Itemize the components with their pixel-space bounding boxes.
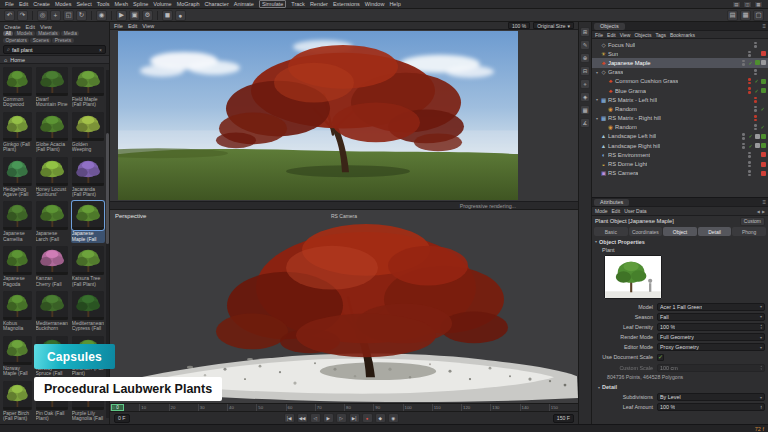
coord-system-button[interactable]: ◉ [96, 10, 107, 21]
menu-window[interactable]: Window [365, 1, 385, 7]
end-frame-field[interactable]: 150 F [553, 414, 574, 423]
visibility-dots[interactable] [748, 161, 751, 167]
live-selection-button[interactable]: ◎ [37, 10, 48, 21]
dropdown-render-mode[interactable]: Full Geometry▾ [657, 333, 765, 341]
menu-help[interactable]: Help [389, 1, 400, 7]
asset-item-ginkgo-fall-plant[interactable]: Ginkgo (Fall Plant) [2, 111, 33, 154]
material-tag-icon[interactable] [761, 143, 766, 148]
filter-presets[interactable]: Presets [52, 38, 73, 43]
phong-tag-icon[interactable] [755, 134, 760, 139]
perspective-viewport[interactable]: Perspective RS Camera [110, 209, 578, 403]
object-grass[interactable]: ▾◇Grass [592, 68, 768, 77]
snap-tool-icon[interactable]: ◈ [580, 92, 590, 102]
size-mode-dropdown[interactable]: Original Size ▾ [533, 22, 574, 29]
asset-item-honey-locust-sunburst-fall-plant[interactable]: Honey Locust 'Sunburst' (Fall Plant) [35, 156, 69, 199]
history-forward-icon[interactable]: ▶ [762, 209, 765, 214]
asset-item-katsura-tree-fall-plant[interactable]: Katsura Tree (Fall Plant) [71, 245, 105, 288]
move-button[interactable]: + [50, 10, 61, 21]
enable-toggle[interactable]: ✓ [747, 143, 754, 149]
asset-item-globe-acacia-fall-plant[interactable]: Globe Acacia (Fall Plant) [35, 111, 69, 154]
enable-toggle[interactable]: ✓ [753, 78, 760, 84]
visibility-dots[interactable] [748, 78, 751, 84]
menu-simulate[interactable]: Simulate [259, 0, 286, 8]
render-menu-edit[interactable]: Edit [128, 23, 137, 29]
asset-item-field-maple-fall-plant[interactable]: Field Maple (Fall Plant) [71, 66, 105, 109]
layout-grid-icon[interactable]: ▦ [754, 1, 763, 8]
visibility-dots[interactable] [742, 133, 745, 139]
timeline-playhead[interactable]: 0 [111, 404, 124, 411]
asset-menu-edit[interactable]: Edit [26, 24, 35, 29]
field-leaf-amount[interactable]: 100 %▴▾ [657, 403, 765, 411]
section-detail[interactable]: ▾Detail [595, 383, 765, 392]
rs-tag-icon[interactable] [761, 162, 766, 167]
object-sun[interactable]: ☀Sun [592, 49, 768, 58]
asset-menu-view[interactable]: View [40, 24, 52, 29]
dropdown-subdivisions[interactable]: By Level▾ [657, 393, 765, 401]
filter-media[interactable]: Media [61, 31, 79, 36]
pen-tool-icon[interactable]: ✎ [580, 40, 590, 50]
visibility-dots[interactable] [742, 60, 745, 66]
object-random[interactable]: ◉Random✓ [592, 123, 768, 132]
visibility-dots[interactable] [748, 87, 751, 93]
checkbox-use-document-scale[interactable]: ✓ [657, 354, 664, 361]
visibility-dots[interactable] [748, 170, 751, 176]
material-tag-icon[interactable] [761, 134, 766, 139]
layout-window-icon[interactable]: ◫ [743, 1, 752, 8]
menu-file[interactable]: File [5, 1, 14, 7]
timeline-ruler[interactable]: 01020304050607080901001101201301401500 [110, 403, 578, 411]
asset-item-common-dogwood-fall-plant[interactable]: Common Dogwood (Fall Plant) [2, 66, 33, 109]
menu-spline[interactable]: Spline [133, 1, 148, 7]
asset-item-japanese-larch-fall-plant[interactable]: Japanese Larch (Fall Plant) [35, 200, 69, 243]
visibility-dots[interactable] [754, 115, 757, 121]
asset-item-mediterranean-buckthorn-fall-plant[interactable]: Mediterranean Buckthorn (Fall Plant) [35, 290, 69, 333]
material-tag-icon[interactable] [761, 88, 766, 93]
attr-tab-detail[interactable]: Detail [698, 227, 732, 236]
attr-tab-basic[interactable]: Basic [594, 227, 628, 236]
attr-menu-user-data[interactable]: User Data [624, 208, 647, 214]
object-blue-grama[interactable]: ♣Blue Grama✓ [592, 86, 768, 95]
object-properties-header[interactable]: ▾ Object Properties [592, 237, 768, 246]
enable-toggle[interactable]: ✓ [759, 124, 766, 130]
render-view[interactable] [110, 30, 578, 201]
magnet-tool-icon[interactable]: ⊕ [580, 53, 590, 63]
material-tag-icon[interactable] [761, 79, 766, 84]
visibility-dots[interactable] [754, 42, 757, 48]
visibility-dots[interactable] [748, 51, 751, 57]
visibility-dots[interactable] [754, 97, 757, 103]
zoom-level-field[interactable]: 100 % [508, 22, 530, 29]
objects-menu-view[interactable]: View [620, 32, 631, 38]
field-custom-scale[interactable]: 100 cm▴▾ [657, 364, 765, 372]
object-rs-environment[interactable]: ◐RS Environment [592, 150, 768, 159]
visibility-dots[interactable] [754, 106, 757, 112]
redo-button[interactable]: ↷ [17, 10, 28, 21]
asset-item-japanese-camellia-fall-plant[interactable]: Japanese Camellia (Fall Plant) [2, 200, 33, 243]
custom-button[interactable]: Custom [740, 217, 765, 226]
environment-button[interactable]: ● [175, 10, 186, 21]
menu-extensions[interactable]: Extensions [333, 1, 360, 7]
asset-item-japanese-maple-fall-plant[interactable]: Japanese Maple (Fall Plant) [71, 200, 105, 243]
enable-toggle[interactable]: ✓ [747, 133, 754, 139]
objects-menu-file[interactable]: File [595, 32, 603, 38]
asset-item-paper-birch-fall-plant[interactable]: Paper Birch (Fall Plant) [2, 380, 33, 423]
undo-button[interactable]: ↶ [4, 10, 15, 21]
goto-end-button[interactable]: ▶| [349, 413, 360, 423]
object-japanese-maple[interactable]: ♣Japanese Maple✓ [592, 58, 768, 67]
objects-menu-objects[interactable]: Objects [634, 32, 651, 38]
goto-start-button[interactable]: |◀ [284, 413, 295, 423]
menu-select[interactable]: Select [76, 1, 91, 7]
grid-tool-icon[interactable]: ▦ [580, 105, 590, 115]
attr-menu-mode[interactable]: Mode [595, 208, 608, 214]
object-landscape-right-hill[interactable]: ▲Landscape Right hill✓ [592, 141, 768, 150]
render-menu-view[interactable]: View [142, 23, 154, 29]
layout-standard-button[interactable]: ▤ [727, 10, 738, 21]
asset-item-kanzan-cherry-fall-plant[interactable]: Kanzan Cherry (Fall Plant) [35, 245, 69, 288]
asset-menu-create[interactable]: Create [4, 24, 21, 29]
dropdown-model[interactable]: Acer 1 Fall Green▾ [657, 303, 765, 311]
dropdown-season[interactable]: Fall▾ [657, 313, 765, 321]
viewport-label[interactable]: Perspective [115, 213, 146, 219]
menu-volume[interactable]: Volume [153, 1, 171, 7]
asset-item-kobus-magnolia-fall-plant[interactable]: Kobus Magnolia (Fall Plant) [2, 290, 33, 333]
render-settings-button[interactable]: ⚙ [142, 10, 153, 21]
layout-split-button[interactable]: ▦ [740, 10, 751, 21]
prev-frame-button[interactable]: ◁ [310, 413, 321, 423]
